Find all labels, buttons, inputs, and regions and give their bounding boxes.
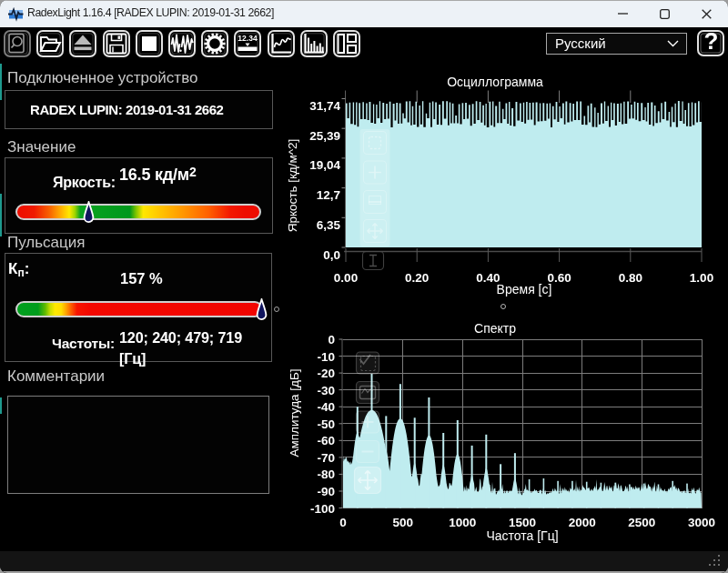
svg-text:0.80: 0.80 (619, 271, 642, 285)
svg-text:Амплитуда [дБ]: Амплитуда [дБ] (288, 368, 301, 457)
svg-text:-60: -60 (317, 434, 335, 447)
svg-text:Яркость [кд/м^2]: Яркость [кд/м^2] (286, 139, 299, 233)
svg-text:0: 0 (328, 333, 335, 347)
svg-text:3000: 3000 (688, 516, 715, 529)
svg-text:0: 0 (339, 516, 347, 529)
svg-text:0.00: 0.00 (334, 271, 358, 285)
svg-text:0.20: 0.20 (405, 271, 429, 285)
svg-text:Частота [Гц]: Частота [Гц] (486, 528, 558, 543)
svg-text:25,39: 25,39 (309, 129, 340, 143)
svg-text:Осциллограмма: Осциллограмма (447, 75, 543, 89)
svg-text:12.34: 12.34 (238, 34, 258, 43)
svg-text:12,7: 12,7 (317, 188, 340, 202)
svg-text:500: 500 (392, 516, 413, 529)
svg-text:Спектр: Спектр (474, 321, 516, 336)
svg-text:1000: 1000 (449, 516, 476, 529)
svg-text:6,35: 6,35 (317, 218, 341, 232)
svg-text:1500: 1500 (509, 516, 536, 529)
svg-text:19,04: 19,04 (309, 158, 340, 172)
svg-text:-10: -10 (317, 350, 335, 364)
svg-text:-90: -90 (317, 485, 335, 498)
svg-text:-50: -50 (317, 417, 335, 431)
svg-text:1.00: 1.00 (690, 271, 713, 285)
svg-text:31,74: 31,74 (309, 99, 340, 113)
svg-text:0,0: 0,0 (323, 248, 340, 262)
svg-text:2000: 2000 (569, 516, 596, 529)
svg-text:-70: -70 (317, 451, 335, 465)
svg-text:2500: 2500 (628, 516, 655, 529)
svg-text:-80: -80 (317, 467, 335, 481)
svg-text:-40: -40 (317, 400, 335, 414)
svg-text:-30: -30 (317, 384, 335, 397)
svg-text:-20: -20 (317, 367, 335, 380)
svg-text:-100: -100 (310, 502, 335, 516)
svg-text:Время [с]: Время [с] (497, 282, 552, 297)
